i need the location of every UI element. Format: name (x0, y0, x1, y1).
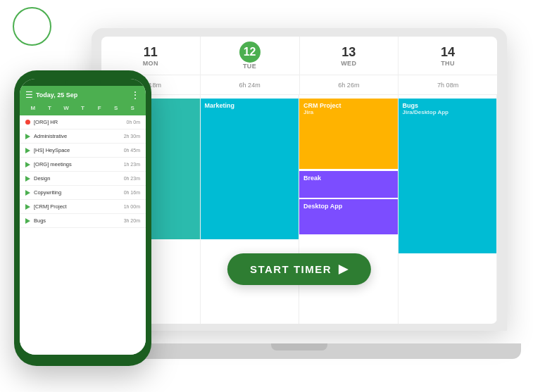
week-day-s1[interactable]: S (108, 105, 124, 111)
laptop-body: 11 MON 12 TUE 13 WED 14 THU (92, 28, 507, 331)
cal-day-num-thu: 14 (441, 45, 455, 60)
task-name-hr: [ORG] HR (34, 119, 123, 125)
cal-col-wed: CRM Project Jira Break Desktop App (299, 95, 399, 324)
cal-day-name-mon: MON (143, 60, 159, 67)
phone-screen: ☰ Today, 25 Sep ⋮ M T W T F S S (20, 79, 146, 355)
start-timer-label: START TIMER (250, 263, 332, 275)
phone-tasklist: [ORG] HR 0h 0m Administrative 2h 30m [HS… (20, 115, 146, 355)
hours-thu: 7h 08m (399, 75, 497, 94)
task-name-meetings: [ORG] meetings (34, 161, 120, 167)
task-item-bugs[interactable]: Bugs 3h 20m (20, 214, 146, 228)
event-bugs[interactable]: Bugs Jira/Desktop App (399, 99, 497, 253)
calendar-header: 11 MON 12 TUE 13 WED 14 THU (101, 37, 497, 75)
event-bugs-label: Bugs (403, 102, 493, 109)
cal-day-name-tue: TUE (243, 63, 257, 70)
task-name-copywriting: Copywriting (34, 189, 120, 196)
cal-day-tue[interactable]: 12 TUE (201, 37, 300, 75)
event-crm[interactable]: CRM Project Jira (299, 99, 398, 169)
event-bugs-sublabel: Jira/Desktop App (403, 109, 493, 115)
play-icon-administrative (25, 134, 30, 139)
event-desktop-app[interactable]: Desktop App (299, 199, 398, 234)
play-icon-crm-project (25, 204, 30, 210)
task-item-copywriting[interactable]: Copywriting 0h 16m (20, 186, 146, 200)
phone-title: Today, 25 Sep (36, 91, 77, 99)
task-time-design: 0h 23m (124, 176, 140, 181)
phone-notch (65, 80, 101, 84)
week-day-f[interactable]: F (92, 105, 107, 111)
week-day-s2[interactable]: S (125, 105, 140, 111)
phone-body: ☰ Today, 25 Sep ⋮ M T W T F S S (14, 70, 151, 366)
play-icon-design (25, 176, 30, 182)
task-time-heyspace: 0h 45m (124, 148, 140, 153)
task-time-copywriting: 0h 16m (124, 190, 140, 195)
cal-day-num-wed: 13 (341, 45, 356, 60)
task-item-administrative[interactable]: Administrative 2h 30m (20, 129, 146, 144)
hours-wed: 6h 26m (300, 75, 399, 94)
week-day-t2[interactable]: T (75, 105, 91, 111)
event-desktop-app-label: Desktop App (303, 203, 342, 210)
task-item-heyspace[interactable]: [HS] HeySpace 0h 45m (20, 144, 146, 158)
task-item-design[interactable]: Design 0h 23m (20, 172, 146, 186)
cal-col-tue: Marketing (201, 95, 300, 324)
calendar: 11 MON 12 TUE 13 WED 14 THU (101, 37, 497, 324)
phone-topbar: ☰ Today, 25 Sep ⋮ (20, 86, 146, 103)
cal-day-wed[interactable]: 13 WED (300, 37, 399, 75)
background-decoration-circle (13, 7, 51, 46)
calendar-hours-header: 6h 18m 6h 24m 6h 26m 7h 08m (101, 75, 497, 95)
cal-day-name-thu: THU (441, 60, 455, 67)
event-crm-label: CRM Project (303, 102, 394, 109)
start-timer-button[interactable]: START TIMER (227, 253, 371, 285)
phone-week-row: M T W T F S S (20, 103, 146, 115)
phone-notch-bar (20, 79, 146, 86)
task-item-hr[interactable]: [ORG] HR 0h 0m (20, 115, 146, 129)
task-time-hr: 0h 0m (127, 120, 140, 125)
play-icon-copywriting (25, 190, 30, 196)
cal-day-num-tue: 12 (239, 42, 261, 63)
task-time-crm-project: 1h 00m (124, 204, 140, 209)
play-icon-heyspace (25, 148, 30, 153)
cal-day-thu[interactable]: 14 THU (399, 37, 497, 75)
play-icon-bugs (25, 218, 30, 224)
week-day-w[interactable]: W (58, 105, 74, 111)
cal-day-mon[interactable]: 11 MON (101, 37, 201, 75)
play-icon-meetings (25, 162, 30, 167)
hours-tue: 6h 24m (201, 75, 300, 94)
more-options-icon[interactable]: ⋮ (130, 90, 140, 100)
event-break-label: Break (303, 175, 321, 182)
task-name-heyspace: [HS] HeySpace (34, 147, 120, 153)
laptop-screen: 11 MON 12 TUE 13 WED 14 THU (101, 37, 497, 324)
event-crm-sublabel: Jira (303, 109, 394, 115)
task-time-meetings: 1h 23m (124, 162, 140, 167)
task-name-crm-project: [CRM] Project (34, 203, 120, 210)
calendar-body: Training Marketing CRM Project Jira (101, 95, 497, 324)
task-time-bugs: 3h 20m (124, 218, 140, 223)
cal-day-num-mon: 11 (144, 45, 158, 60)
week-day-t1[interactable]: T (42, 105, 58, 111)
start-timer-overlay: START TIMER (227, 253, 371, 285)
event-marketing[interactable]: Marketing (201, 99, 299, 239)
week-day-m[interactable]: M (25, 105, 41, 111)
task-time-administrative: 2h 30m (124, 134, 140, 139)
active-week-day: S (114, 105, 118, 111)
hamburger-icon[interactable]: ☰ (25, 90, 33, 100)
phone: ☰ Today, 25 Sep ⋮ M T W T F S S (14, 70, 151, 366)
task-name-bugs: Bugs (34, 217, 120, 224)
cal-day-name-wed: WED (341, 60, 357, 67)
phone-topbar-left: ☰ Today, 25 Sep (25, 90, 77, 100)
task-item-crm-project[interactable]: [CRM] Project 1h 00m (20, 200, 146, 214)
laptop: 11 MON 12 TUE 13 WED 14 THU (92, 28, 507, 359)
task-item-meetings[interactable]: [ORG] meetings 1h 23m (20, 158, 146, 172)
task-name-design: Design (34, 175, 120, 182)
play-icon (339, 265, 349, 274)
event-marketing-label: Marketing (205, 102, 235, 109)
event-break[interactable]: Break (299, 171, 398, 198)
task-dot-hr (25, 120, 30, 125)
task-name-administrative: Administrative (34, 133, 120, 139)
cal-col-thu: Bugs Jira/Desktop App (399, 95, 498, 324)
